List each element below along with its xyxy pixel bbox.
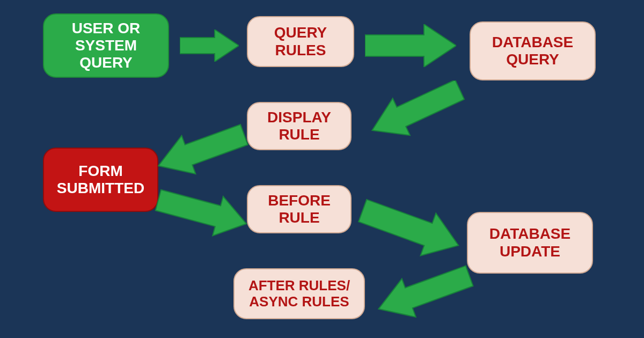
svg-marker-2	[363, 80, 468, 139]
svg-marker-5	[355, 199, 466, 258]
svg-marker-4	[153, 185, 252, 239]
node-user-query: USER OR SYSTEM QUERY	[43, 13, 169, 78]
svg-marker-1	[365, 24, 456, 67]
node-query-rules: QUERY RULES	[247, 16, 354, 67]
arrow-queryrules-to-dbquery	[365, 24, 456, 67]
arrow-dbupdate-to-afterrules	[370, 263, 478, 322]
svg-marker-3	[151, 121, 251, 180]
node-label: DATABASE QUERY	[477, 34, 588, 68]
node-label: DATABASE UPDATE	[474, 225, 586, 260]
arrow-dbquery-to-displayrule	[362, 80, 470, 139]
node-form-submitted: FORM SUBMITTED	[43, 148, 158, 212]
arrow-displayrule-to-formsubmitted	[150, 121, 252, 180]
node-display-rule: DISPLAY RULE	[247, 102, 352, 150]
node-label: BEFORE RULE	[254, 192, 344, 226]
node-after-rules: AFTER RULES/ ASYNC RULES	[233, 268, 365, 319]
node-label: AFTER RULES/ ASYNC RULES	[241, 278, 357, 310]
arrow-formsubmitted-to-beforerule	[153, 185, 252, 239]
arrow-userquery-to-queryrules	[180, 30, 239, 62]
node-label: USER OR SYSTEM QUERY	[50, 20, 162, 72]
node-database-query: DATABASE QUERY	[470, 21, 596, 80]
node-label: FORM SUBMITTED	[50, 163, 151, 197]
svg-marker-0	[180, 30, 239, 62]
svg-marker-6	[371, 263, 476, 322]
node-before-rule: BEFORE RULE	[247, 185, 352, 233]
node-database-update: DATABASE UPDATE	[467, 212, 593, 274]
arrow-beforerule-to-dbupdate	[354, 199, 467, 258]
node-label: QUERY RULES	[254, 24, 347, 58]
node-label: DISPLAY RULE	[254, 109, 344, 143]
